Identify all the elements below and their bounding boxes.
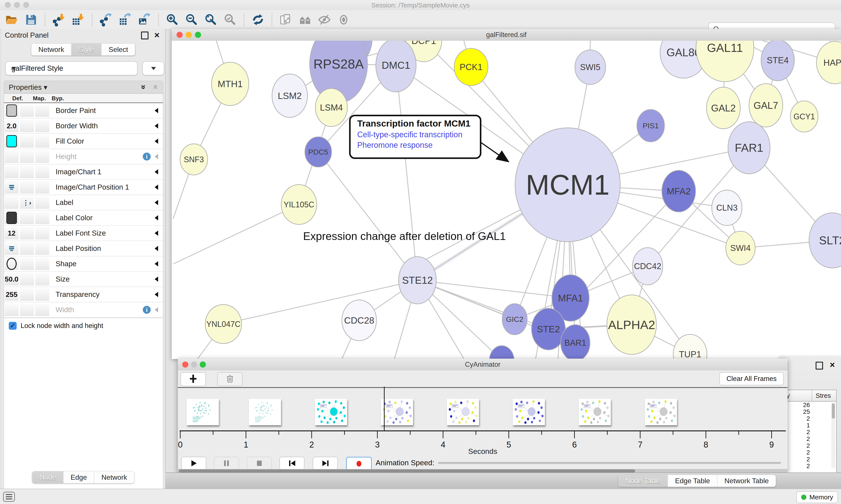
tab-style[interactable]: Style (71, 43, 101, 55)
tab-network[interactable]: Network (31, 43, 71, 55)
table-row[interactable]: 2 (781, 435, 836, 442)
previous-button[interactable] (280, 457, 304, 470)
table-row[interactable]: 2 (781, 463, 836, 469)
default-value-cell[interactable]: 255 (5, 288, 19, 301)
network-node-CLN3[interactable]: CLN3 (712, 190, 742, 226)
tab-select[interactable]: Select (101, 43, 135, 55)
network-node-BAR1[interactable]: BAR1 (561, 325, 590, 359)
collapse-arrow-icon[interactable] (155, 154, 158, 159)
annotation-link[interactable]: Cell-type-specific transcription (357, 130, 480, 139)
network-node-SLT2[interactable]: SLT2 (809, 213, 841, 268)
network-node-PCK1[interactable]: PCK1 (454, 48, 488, 86)
property-row-label[interactable]: ⋮› Label (4, 195, 163, 211)
collapse-arrow-icon[interactable] (155, 200, 158, 205)
frame-thumbnail-2[interactable] (249, 399, 281, 425)
float-panel-icon[interactable] (816, 362, 823, 370)
network-node-GAL7[interactable]: GAL7 (749, 84, 783, 127)
network-node-LSM4[interactable]: LSM4 (315, 88, 347, 127)
bypass-cell[interactable] (35, 288, 49, 301)
property-row-shape[interactable]: Shape (4, 256, 163, 272)
network-node-MFA2[interactable]: MFA2 (662, 170, 696, 212)
collapse-arrow-icon[interactable] (155, 123, 158, 128)
style-options-button[interactable] (142, 61, 164, 75)
annotation-link[interactable]: Pheromone response (357, 141, 480, 150)
panel-tab-node[interactable]: Node (32, 471, 63, 483)
mapping-cell[interactable] (20, 273, 34, 286)
info-icon[interactable]: i (143, 306, 151, 314)
network-node-STE12[interactable]: STE12 (399, 257, 436, 304)
default-value-cell[interactable] (5, 135, 19, 147)
zoom-in-button[interactable] (163, 12, 182, 28)
mapping-cell[interactable] (20, 150, 34, 163)
network-node-CDC28[interactable]: CDC28 (342, 300, 376, 341)
mapping-cell[interactable] (20, 288, 34, 301)
mapping-cell[interactable] (20, 135, 34, 147)
table-row[interactable]: 2 (781, 456, 836, 463)
expand-all-icon[interactable]: » (139, 85, 148, 89)
frame-thumbnail-7[interactable] (579, 399, 611, 425)
table-row[interactable]: 2 (781, 442, 836, 449)
bypass-cell[interactable] (35, 242, 49, 255)
mapping-cell[interactable] (20, 104, 34, 117)
property-row-label-color[interactable]: Label Color (4, 211, 163, 226)
collapse-arrow-icon[interactable] (155, 246, 158, 251)
export-image-button[interactable] (135, 12, 154, 28)
network-window-titlebar[interactable]: galFiltered.sif (172, 29, 841, 41)
mapping-cell[interactable] (20, 303, 34, 316)
table-row[interactable]: 26 (781, 401, 836, 408)
collapse-arrow-icon[interactable] (155, 307, 158, 312)
collapse-arrow-icon[interactable] (155, 292, 158, 297)
mapping-cell[interactable] (20, 165, 34, 178)
network-node-GCY1[interactable]: GCY1 (790, 101, 818, 132)
mapping-cell[interactable] (20, 212, 34, 224)
default-value-cell[interactable]: 12 (5, 227, 19, 239)
network-node-GAL2[interactable]: GAL2 (706, 87, 740, 129)
mapping-cell[interactable] (20, 181, 34, 194)
bypass-cell[interactable] (35, 212, 49, 224)
show-panel-menu-button[interactable] (3, 492, 15, 502)
table-row[interactable]: 1 (781, 422, 836, 429)
bypass-cell[interactable] (35, 196, 49, 209)
network-node-SNF3[interactable]: SNF3 (180, 144, 208, 175)
bypass-cell[interactable] (35, 150, 49, 163)
network-node-MCM1[interactable]: MCM1 (515, 128, 620, 242)
export-table-button[interactable] (115, 12, 135, 28)
frame-thumbnail-5[interactable] (447, 399, 479, 425)
color-swatch[interactable] (6, 105, 17, 117)
table-scrollbar[interactable] (831, 402, 835, 468)
export-network-button[interactable] (96, 12, 115, 28)
default-value-cell[interactable] (5, 257, 19, 270)
collapse-all-icon[interactable]: » (150, 85, 160, 89)
network-node-DMC1[interactable]: DMC1 (376, 41, 416, 92)
property-row-image-chart-1[interactable]: Image/Chart 1 (4, 164, 163, 180)
network-node-PIS1[interactable]: PIS1 (637, 109, 664, 142)
property-row-label-font-size[interactable]: 12 Label Font Size (4, 226, 163, 241)
bypass-cell[interactable] (35, 303, 49, 316)
network-node-SWI4[interactable]: SWI4 (726, 231, 755, 265)
collapse-arrow-icon[interactable] (155, 231, 158, 236)
playhead[interactable] (384, 386, 384, 430)
property-row-label-position[interactable]: Label Position (4, 241, 163, 256)
table-row[interactable]: 25 (781, 408, 836, 415)
network-node-LSM2[interactable]: LSM2 (272, 74, 307, 118)
panel-tab-network[interactable]: Network (94, 471, 134, 483)
add-frame-button[interactable] (180, 372, 206, 386)
color-swatch[interactable] (6, 212, 17, 224)
network-node-STE2[interactable]: STE2 (532, 308, 565, 350)
table-row[interactable]: 2 (781, 449, 836, 456)
collapse-arrow-icon[interactable] (155, 139, 158, 144)
mapping-cell[interactable] (20, 120, 34, 132)
property-row-fill-color[interactable]: Fill Color (4, 134, 163, 149)
style-select[interactable]: galFiltered Style (5, 61, 138, 75)
save-button[interactable] (21, 12, 41, 28)
network-node-YIL105C[interactable]: YIL105C (281, 184, 317, 224)
annotation-box[interactable]: Transcription factor MCM1 Cell-type-spec… (349, 115, 481, 159)
clear-all-frames-button[interactable]: Clear All Frames (719, 372, 784, 385)
bypass-cell[interactable] (35, 165, 49, 178)
bypass-cell[interactable] (35, 227, 49, 239)
info-icon[interactable]: i (143, 152, 151, 161)
close-panel-icon[interactable]: × (830, 360, 835, 370)
default-value-cell[interactable] (5, 104, 19, 117)
network-node-SWI5[interactable]: SWI5 (575, 50, 606, 85)
default-value-cell[interactable] (5, 212, 19, 224)
